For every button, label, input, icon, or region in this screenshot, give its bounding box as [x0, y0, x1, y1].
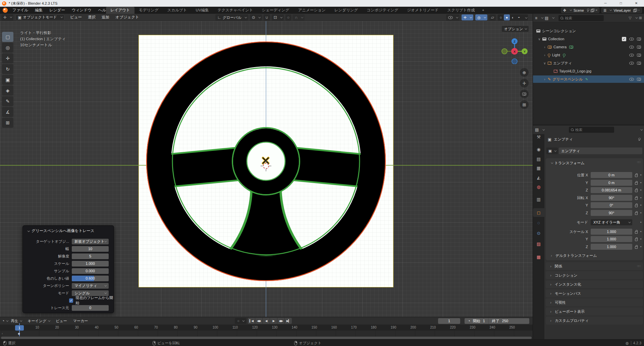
- rotation-z-field[interactable]: 90°: [591, 210, 632, 216]
- object-name-field[interactable]: エンプティ: [559, 148, 642, 154]
- viewport-3d[interactable]: ライト・平行投影 (1) Collection | エンプティ 10センチメート…: [0, 21, 533, 317]
- operator-panel-header[interactable]: グリースペンシルへ画像をトレース: [26, 228, 94, 233]
- tab-layout[interactable]: レイアウト: [106, 7, 135, 14]
- tab-scene[interactable]: ◭: [533, 173, 544, 182]
- tool-move[interactable]: ✛: [2, 53, 13, 63]
- turn-policy-dropdown[interactable]: マイノリティ: [72, 283, 109, 289]
- location-z-field[interactable]: 0.081654 m: [591, 187, 632, 193]
- panel-grip[interactable]: ∷∷: [637, 161, 640, 164]
- tab-view-layer[interactable]: ▦: [533, 164, 544, 172]
- tab-object-data[interactable]: ▨: [533, 239, 544, 248]
- snap-toggle[interactable]: ∪: [264, 14, 270, 20]
- sample-field[interactable]: 0.000: [72, 268, 109, 274]
- panel-viewport-display[interactable]: ›ビューポート表示: [546, 307, 643, 315]
- tab-collection[interactable]: ▥: [533, 195, 544, 204]
- menu-keying[interactable]: キーイング: [24, 319, 53, 324]
- row-grease-pencil[interactable]: › ✎ グリースペンシル ✎: [533, 75, 644, 83]
- proportional-edit-toggle[interactable]: ○: [285, 14, 291, 20]
- frame-range-end[interactable]: 終了250: [489, 319, 512, 324]
- menu-marker[interactable]: マーカー: [70, 319, 91, 324]
- tab-tool[interactable]: ⚒: [533, 132, 544, 141]
- animate-dot[interactable]: •: [640, 245, 641, 248]
- tool-annotate[interactable]: ✎: [2, 96, 13, 106]
- expand-chevron[interactable]: ∨: [538, 37, 541, 41]
- animate-dot[interactable]: •: [640, 181, 641, 184]
- collection-checkbox[interactable]: ✓: [622, 37, 626, 41]
- outliner-search[interactable]: [558, 15, 604, 21]
- properties-editor-icon[interactable]: ▤: [535, 127, 539, 132]
- pivot-dropdown[interactable]: ⊙: [250, 14, 262, 20]
- current-frame-badge[interactable]: 1: [15, 325, 24, 331]
- object-type-chip[interactable]: ▣: [546, 148, 558, 154]
- viewlayer-name[interactable]: ViewLayer: [612, 8, 632, 12]
- show-overlays-toggle[interactable]: ◎: [475, 14, 487, 20]
- expand-chevron[interactable]: ›: [543, 53, 546, 57]
- tool-measure[interactable]: ∡: [2, 107, 13, 117]
- tab-animation[interactable]: アニメーション: [294, 7, 330, 14]
- outliner-editor-icon[interactable]: ≡: [535, 16, 537, 20]
- panel-relations[interactable]: ›関係∷∷: [546, 262, 643, 270]
- gizmo-z-neg-axis[interactable]: [512, 59, 517, 64]
- tab-compositing[interactable]: コンポジティング: [362, 7, 402, 14]
- lock-icon[interactable]: [635, 239, 638, 241]
- tab-object[interactable]: ◻: [533, 208, 544, 217]
- snap-dropdown[interactable]: ⊡: [272, 14, 284, 20]
- rotation-x-field[interactable]: 90°: [591, 195, 632, 201]
- expand-chevron[interactable]: ›: [543, 45, 546, 49]
- animate-dot[interactable]: •: [640, 230, 641, 233]
- animate-dot[interactable]: •: [640, 188, 641, 192]
- play-button[interactable]: ▶: [270, 318, 277, 324]
- editor-type-button[interactable]: ✛: [1, 14, 13, 20]
- tab-shading[interactable]: シェーディング: [258, 7, 294, 14]
- zoom-view-button[interactable]: ⊕: [520, 68, 529, 77]
- scene-name[interactable]: Scene: [573, 8, 585, 12]
- panel-instancing[interactable]: ›インスタンス化: [546, 280, 643, 288]
- xray-toggle[interactable]: ▱: [489, 14, 496, 20]
- timeline-editor-icon[interactable]: ◔: [2, 319, 4, 323]
- frame-range-start[interactable]: ◔開始1: [465, 319, 488, 324]
- menu-playback[interactable]: 再生: [8, 319, 24, 324]
- menu-select[interactable]: 選択: [85, 15, 99, 20]
- panel-visibility[interactable]: ›可視性: [546, 298, 643, 306]
- hide-eye-icon[interactable]: [629, 62, 634, 65]
- menu-view[interactable]: ビュー: [53, 319, 70, 324]
- orientation-dropdown[interactable]: ∟グローバル: [215, 14, 248, 20]
- shading-wireframe-button[interactable]: ○: [498, 14, 504, 20]
- expand-chevron[interactable]: ›: [543, 77, 546, 81]
- prev-keyframe-button[interactable]: ◀◆: [255, 318, 262, 324]
- hide-eye-icon[interactable]: [629, 54, 634, 57]
- shading-dropdown[interactable]: [522, 14, 528, 20]
- tab-constraints[interactable]: ⊙: [533, 229, 544, 237]
- minimize-button[interactable]: ─: [598, 0, 613, 7]
- jump-to-start-button[interactable]: ▎◀: [248, 318, 255, 324]
- disable-render-icon[interactable]: [637, 54, 641, 57]
- rotation-mode-dropdown[interactable]: XYZ オイラー角: [591, 219, 632, 225]
- menu-window[interactable]: ウィンドウ: [68, 7, 95, 14]
- location-y-field[interactable]: 0 m: [591, 180, 632, 186]
- width-field[interactable]: 10: [72, 246, 109, 252]
- panel-motion-paths[interactable]: ›モーションパス: [546, 289, 643, 297]
- lock-icon[interactable]: [635, 205, 638, 207]
- shading-material-button[interactable]: ◐: [510, 14, 516, 20]
- tab-geometry-nodes[interactable]: ジオメトリノード: [403, 7, 443, 14]
- threshold-slider[interactable]: 0.600: [72, 276, 109, 281]
- pan-view-button[interactable]: ✛: [520, 79, 529, 88]
- scale-field[interactable]: 1.000: [72, 261, 109, 267]
- tool-transform[interactable]: ◈: [2, 85, 13, 96]
- shading-solid-button[interactable]: ●: [504, 14, 510, 20]
- row-camera[interactable]: › Camera: [533, 43, 644, 51]
- disable-render-icon[interactable]: [637, 78, 641, 81]
- menu-object[interactable]: オブジェクト: [112, 15, 142, 20]
- timeline-channel-strip[interactable]: [0, 331, 533, 336]
- lock-icon[interactable]: [635, 231, 638, 234]
- tab-scripting[interactable]: スクリプト作成: [443, 7, 479, 14]
- display-mode-icon[interactable]: ▤: [545, 16, 548, 20]
- resolution-field[interactable]: 5: [72, 253, 109, 259]
- menu-render[interactable]: レンダー: [46, 7, 68, 14]
- scale-y-field[interactable]: 1.000: [591, 236, 632, 242]
- disable-render-icon[interactable]: [637, 46, 641, 49]
- hide-eye-icon[interactable]: [629, 38, 634, 41]
- maximize-button[interactable]: □: [613, 0, 629, 7]
- outliner-search-input[interactable]: [565, 16, 602, 20]
- channel-expand-chevron[interactable]: ›: [2, 332, 3, 335]
